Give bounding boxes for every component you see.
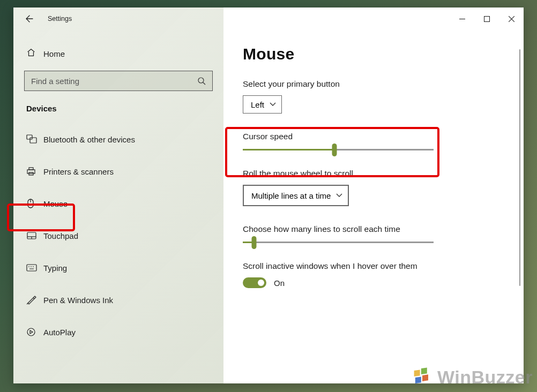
svg-rect-4 [29,168,33,170]
lines-label: Choose how many lines to scroll each tim… [243,224,504,234]
sidebar-item-label: Typing [43,263,67,273]
printer-icon [26,167,43,176]
lines-section: Choose how many lines to scroll each tim… [243,224,504,243]
slider-fill [243,149,334,150]
sidebar-item-label: Mouse [43,199,68,208]
sidebar-item-mouse[interactable]: Mouse [13,191,223,216]
sidebar-item-touchpad[interactable]: Touchpad [13,223,223,248]
mouse-icon [26,198,43,209]
winbuzzer-logo-icon [411,365,434,389]
maximize-button[interactable] [474,7,499,30]
scrollbar[interactable] [519,49,521,286]
toggle-state-label: On [274,278,285,288]
search-icon [197,77,206,85]
cursor-speed-slider[interactable] [243,149,434,150]
svg-rect-2 [27,135,32,139]
sidebar-home[interactable]: Home [13,42,223,65]
sidebar-item-label: Pen & Windows Ink [43,296,113,305]
chevron-down-icon [270,102,276,107]
primary-button-select[interactable]: Left [243,95,282,114]
sidebar-item-autoplay[interactable]: AutoPlay [13,320,223,344]
inactive-windows-toggle[interactable] [243,277,266,288]
svg-rect-25 [422,374,428,381]
slider-thumb[interactable] [332,144,337,156]
window-controls [223,7,524,30]
svg-rect-22 [414,370,420,377]
sidebar-item-typing[interactable]: Typing [13,255,223,280]
sidebar-item-printers[interactable]: Printers & scanners [13,159,223,184]
svg-rect-5 [27,170,35,174]
svg-rect-3 [30,138,36,143]
watermark: WinBuzzer [411,365,533,389]
svg-point-17 [27,328,35,336]
home-icon [26,48,43,59]
primary-button-section: Select your primary button Left [243,79,504,114]
home-label: Home [43,49,65,58]
inactive-windows-section: Scroll inactive windows when I hover ove… [243,261,504,288]
svg-rect-23 [421,367,427,374]
sidebar-item-pen-ink[interactable]: Pen & Windows Ink [13,288,223,312]
minimize-icon [459,16,465,22]
inactive-windows-label: Scroll inactive windows when I hover ove… [243,261,504,271]
slider-thumb[interactable] [252,236,257,249]
cursor-speed-section: Cursor speed [243,132,504,150]
close-button[interactable] [499,7,524,30]
lines-slider[interactable] [243,242,434,243]
svg-rect-12 [27,265,36,271]
autoplay-icon [26,327,43,337]
search-box[interactable] [24,71,213,91]
watermark-text: WinBuzzer [437,367,533,388]
scroll-mode-label: Roll the mouse wheel to scroll [243,169,504,178]
sidebar-item-label: Printers & scanners [43,167,114,176]
sidebar-item-label: Touchpad [43,231,78,240]
sidebar-item-label: AutoPlay [43,328,76,337]
svg-point-0 [198,78,204,83]
maximize-icon [484,16,490,22]
bluetooth-devices-icon [26,134,43,144]
content-pane: Mouse Select your primary button Left Cu… [223,7,524,383]
category-heading: Devices [13,91,223,117]
scroll-mode-section: Roll the mouse wheel to scroll Multiple … [243,169,504,206]
svg-line-1 [203,82,205,85]
back-button[interactable] [25,7,47,30]
arrow-left-icon [25,14,34,23]
touchpad-icon [26,231,43,240]
page-title: Mouse [243,45,504,63]
minimize-button[interactable] [450,7,474,30]
sidebar-item-label: Bluetooth & other devices [43,135,135,144]
scroll-mode-select[interactable]: Multiple lines at a time [243,185,349,206]
sidebar-item-bluetooth[interactable]: Bluetooth & other devices [13,127,223,152]
svg-rect-24 [415,376,421,383]
settings-sidebar: Settings Home Devices Bluetooth & other … [13,7,223,383]
scroll-mode-value: Multiple lines at a time [251,191,331,200]
primary-button-value: Left [251,100,264,109]
pen-icon [26,295,43,305]
chevron-down-icon [336,193,342,198]
search-input[interactable] [31,77,197,86]
cursor-speed-label: Cursor speed [243,132,504,141]
svg-rect-19 [484,16,489,21]
titlebar-left: Settings [13,7,223,30]
sidebar-nav: Bluetooth & other devices Printers & sca… [13,127,223,344]
close-icon [509,16,514,22]
window-title: Settings [48,15,72,22]
keyboard-icon [26,264,43,272]
primary-button-label: Select your primary button [243,79,504,89]
